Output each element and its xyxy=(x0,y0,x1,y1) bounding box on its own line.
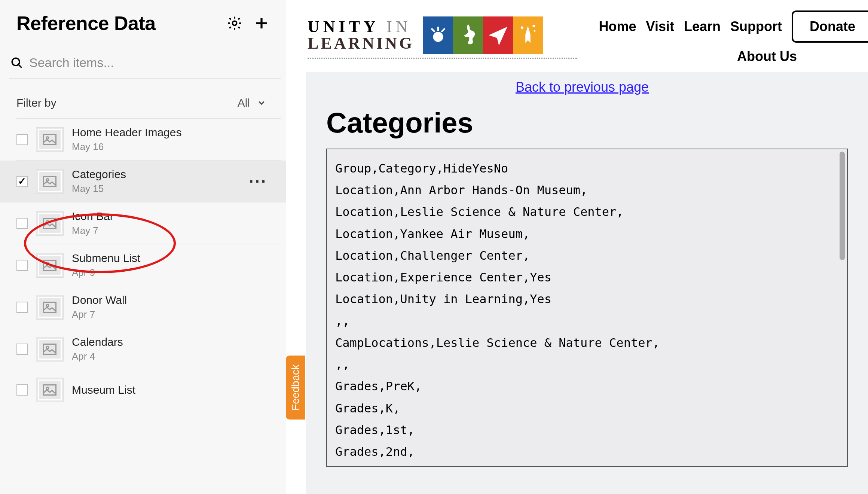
item-checkbox[interactable] xyxy=(16,302,28,313)
svg-rect-2 xyxy=(44,134,56,144)
nav-support[interactable]: Support xyxy=(730,19,782,34)
code-box[interactable]: Group,Category,HideYesNo Location,Ann Ar… xyxy=(326,149,848,467)
sidebar-header-actions xyxy=(227,15,269,31)
item-thumbnail xyxy=(36,211,64,236)
back-link[interactable]: Back to previous page xyxy=(326,79,868,95)
search-icon xyxy=(10,57,23,69)
image-icon xyxy=(43,176,56,187)
item-checkbox[interactable] xyxy=(16,344,28,355)
list-item[interactable]: Submenu List Apr 9 xyxy=(16,244,281,286)
main: Feedback UNITY IN LEARNING xyxy=(286,0,868,494)
feedback-tab[interactable]: Feedback xyxy=(286,356,305,420)
tile-lizard-icon xyxy=(453,16,483,54)
item-thumbnail xyxy=(36,337,64,362)
item-date: Apr 7 xyxy=(72,309,127,320)
site-header: UNITY IN LEARNING xyxy=(286,0,868,72)
svg-point-19 xyxy=(534,30,536,32)
item-thumbnail xyxy=(36,127,64,152)
item-checkbox[interactable] xyxy=(16,176,28,187)
svg-point-17 xyxy=(521,26,523,29)
item-thumbnail xyxy=(36,378,64,402)
svg-point-13 xyxy=(46,346,49,348)
list-item[interactable]: Categories May 15 ··· xyxy=(0,161,286,202)
svg-point-1 xyxy=(12,58,19,65)
item-list: Home Header Images May 16 Categories May… xyxy=(16,119,281,410)
item-thumbnail xyxy=(36,169,64,194)
svg-rect-14 xyxy=(44,385,56,395)
item-checkbox[interactable] xyxy=(16,134,28,145)
filter-value: All xyxy=(238,97,250,109)
item-checkbox[interactable] xyxy=(16,218,28,229)
list-item[interactable]: Donor Wall Apr 7 xyxy=(16,286,281,328)
page-title: Categories xyxy=(326,106,868,139)
svg-point-0 xyxy=(232,21,236,25)
chevron-down-icon xyxy=(257,98,266,108)
svg-point-18 xyxy=(533,24,535,27)
logo-line-2: LEARNING xyxy=(308,35,414,52)
nav-learn[interactable]: Learn xyxy=(684,19,721,34)
svg-point-3 xyxy=(46,137,49,139)
donate-button[interactable]: Donate xyxy=(792,10,868,43)
image-icon xyxy=(43,134,56,145)
item-title: Icon Bar xyxy=(72,210,114,223)
item-title: Categories xyxy=(72,168,126,181)
item-date: May 15 xyxy=(72,183,126,195)
list-item[interactable]: Calendars Apr 4 xyxy=(16,328,281,370)
logo-line-1: UNITY IN xyxy=(308,19,414,35)
list-item[interactable]: Museum List xyxy=(16,370,281,410)
scrollbar-thumb[interactable] xyxy=(840,152,845,260)
item-title: Museum List xyxy=(72,384,135,396)
tile-gear-icon xyxy=(423,16,453,54)
item-date: May 7 xyxy=(72,225,114,237)
filter-dropdown[interactable]: All xyxy=(238,97,266,109)
svg-point-5 xyxy=(46,179,49,181)
search-input[interactable] xyxy=(29,55,273,70)
logo-dotline xyxy=(308,58,577,59)
logo: UNITY IN LEARNING xyxy=(308,16,577,59)
nav-visit[interactable]: Visit xyxy=(646,19,674,34)
item-title: Submenu List xyxy=(72,252,140,265)
svg-point-16 xyxy=(433,32,443,42)
filter-label: Filter by xyxy=(16,97,56,109)
nav-home[interactable]: Home xyxy=(599,19,636,34)
item-title: Home Header Images xyxy=(72,126,181,139)
item-title: Calendars xyxy=(72,336,123,348)
tile-rocket-icon xyxy=(513,16,543,54)
image-icon xyxy=(43,260,56,271)
nav-about-us[interactable]: About Us xyxy=(737,49,797,64)
svg-rect-6 xyxy=(44,218,56,228)
image-icon xyxy=(43,302,56,313)
image-icon xyxy=(43,218,56,229)
gear-icon[interactable] xyxy=(227,15,242,31)
item-more-icon[interactable]: ··· xyxy=(249,172,267,191)
filter-row: Filter by All xyxy=(16,97,281,119)
svg-point-11 xyxy=(46,304,49,307)
item-thumbnail xyxy=(36,295,64,320)
content-area: Back to previous page Categories Group,C… xyxy=(306,72,868,494)
list-item[interactable]: Home Header Images May 16 xyxy=(16,119,281,161)
item-thumbnail xyxy=(36,253,64,278)
list-item[interactable]: Icon Bar May 7 xyxy=(16,202,281,244)
tile-plane-icon xyxy=(483,16,513,54)
item-date: Apr 4 xyxy=(72,351,123,362)
sidebar-title: Reference Data xyxy=(16,12,156,34)
item-checkbox[interactable] xyxy=(16,260,28,271)
image-icon xyxy=(43,384,56,396)
item-checkbox[interactable] xyxy=(16,384,28,396)
svg-point-7 xyxy=(46,220,49,223)
item-title: Donor Wall xyxy=(72,294,127,307)
code-text: Group,Category,HideYesNo Location,Ann Ar… xyxy=(335,161,660,459)
search-row xyxy=(9,55,281,79)
sidebar: Reference Data Filter by All xyxy=(0,0,286,494)
svg-rect-8 xyxy=(44,260,56,270)
image-icon xyxy=(43,344,56,355)
item-date: Apr 9 xyxy=(72,267,140,278)
svg-rect-12 xyxy=(44,344,56,354)
svg-point-9 xyxy=(46,262,49,265)
svg-rect-10 xyxy=(44,302,56,312)
svg-rect-4 xyxy=(44,176,56,186)
svg-point-15 xyxy=(46,387,49,390)
item-date: May 16 xyxy=(72,141,181,153)
plus-icon[interactable] xyxy=(254,15,269,31)
logo-tiles xyxy=(423,16,543,54)
